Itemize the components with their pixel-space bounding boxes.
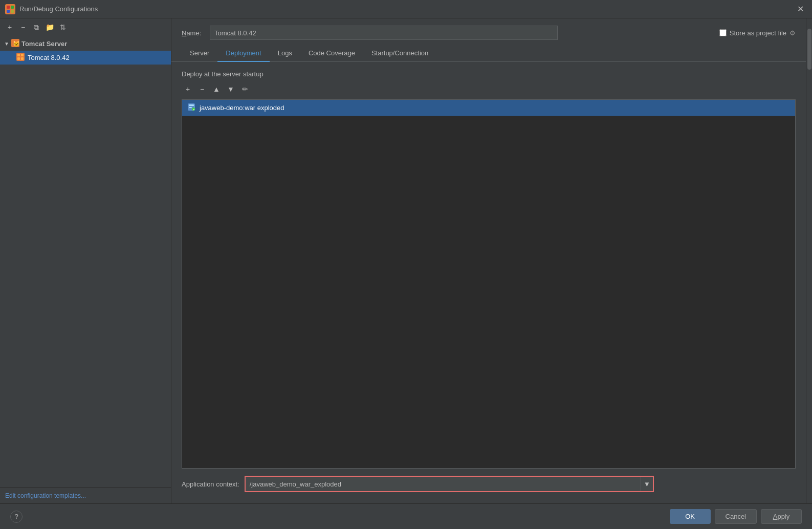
name-label: Name: xyxy=(182,29,205,37)
deploy-add-button[interactable]: + xyxy=(182,83,194,95)
deploy-list-item[interactable]: ↗ javaweb-demo:war exploded xyxy=(182,100,795,116)
svg-rect-1 xyxy=(7,6,10,9)
apply-button[interactable]: Apply xyxy=(761,509,802,524)
app-context-input-wrapper: ▼ xyxy=(245,476,654,492)
tab-startup-connection[interactable]: Startup/Connection xyxy=(363,45,436,62)
ok-button[interactable]: OK xyxy=(670,509,711,524)
remove-configuration-button[interactable]: − xyxy=(17,22,29,33)
name-row: Name: Store as project file ⚙ xyxy=(171,18,806,45)
war-exploded-icon: ↗ xyxy=(187,103,195,113)
sidebar-toolbar: + − ⧉ 📁 ⇅ xyxy=(0,18,171,36)
app-icon xyxy=(5,4,15,14)
svg-text:🐱: 🐱 xyxy=(13,40,19,47)
gear-icon[interactable]: ⚙ xyxy=(789,29,796,37)
svg-rect-9 xyxy=(21,54,24,56)
tab-content-deployment: Deploy at the server startup + − ▲ ▼ ✏ xyxy=(171,62,806,503)
svg-rect-11 xyxy=(21,57,24,60)
add-configuration-button[interactable]: + xyxy=(4,22,15,33)
svg-rect-2 xyxy=(11,6,14,9)
window-title: Run/Debug Configurations xyxy=(19,5,794,13)
chevron-down-icon: ▼ xyxy=(4,41,9,47)
svg-rect-3 xyxy=(7,10,10,13)
tomcat-item-icon xyxy=(16,53,25,62)
tree-group-header-tomcat[interactable]: ▼ 🐱 Tomcat Server xyxy=(0,37,171,51)
scrollbar-thumb[interactable] xyxy=(807,29,811,70)
deploy-list: ↗ javaweb-demo:war exploded xyxy=(182,99,796,469)
deploy-item-label: javaweb-demo:war exploded xyxy=(200,104,284,112)
deploy-down-button[interactable]: ▼ xyxy=(225,83,237,95)
folder-button[interactable]: 📁 xyxy=(44,22,55,33)
store-as-project-label: Store as project file xyxy=(730,29,786,37)
tree-group-tomcat-server: ▼ 🐱 Tomcat Server xyxy=(0,37,171,65)
svg-rect-14 xyxy=(189,107,192,108)
app-context-label: Application context: xyxy=(182,480,239,488)
right-scrollbar[interactable] xyxy=(806,18,812,503)
title-bar: Run/Debug Configurations ✕ xyxy=(0,0,812,18)
app-context-input[interactable] xyxy=(246,477,641,491)
copy-configuration-button[interactable]: ⧉ xyxy=(31,22,42,33)
sidebar-bottom: Edit configuration templates... xyxy=(0,487,171,503)
svg-rect-4 xyxy=(11,10,14,13)
svg-rect-0 xyxy=(5,4,15,14)
deploy-toolbar: + − ▲ ▼ ✏ xyxy=(182,83,796,95)
right-panel: Name: Store as project file ⚙ Server Dep… xyxy=(171,18,806,503)
tab-deployment[interactable]: Deployment xyxy=(217,45,269,62)
sidebar: + − ⧉ 📁 ⇅ ▼ 🐱 Tomcat Server xyxy=(0,18,171,503)
deploy-edit-button[interactable]: ✏ xyxy=(239,83,251,95)
name-input[interactable] xyxy=(210,26,558,40)
tab-logs[interactable]: Logs xyxy=(270,45,300,62)
sort-button[interactable]: ⇅ xyxy=(57,22,69,33)
apply-label-rest: pply xyxy=(777,513,789,520)
svg-rect-13 xyxy=(189,104,194,106)
deploy-up-button[interactable]: ▲ xyxy=(210,83,223,95)
app-context-row: Application context: ▼ xyxy=(182,469,796,495)
cancel-button[interactable]: Cancel xyxy=(715,509,757,524)
sidebar-item-label: Tomcat 8.0.42 xyxy=(28,54,70,61)
sidebar-item-tomcat-8042[interactable]: Tomcat 8.0.42 xyxy=(0,51,171,65)
svg-text:↗: ↗ xyxy=(192,108,194,111)
tab-code-coverage[interactable]: Code Coverage xyxy=(300,45,363,62)
store-as-project-container: Store as project file ⚙ xyxy=(719,29,796,37)
app-context-dropdown-button[interactable]: ▼ xyxy=(641,477,653,491)
tab-server[interactable]: Server xyxy=(182,45,217,62)
deploy-remove-button[interactable]: − xyxy=(196,83,208,95)
bottom-bar: ? OK Cancel Apply xyxy=(0,503,812,529)
store-as-project-checkbox[interactable] xyxy=(719,29,727,36)
tomcat-server-group-icon: 🐱 xyxy=(11,39,19,49)
svg-rect-10 xyxy=(17,57,20,60)
help-button[interactable]: ? xyxy=(10,511,23,523)
tree-group-label: Tomcat Server xyxy=(21,40,67,48)
svg-rect-8 xyxy=(17,54,20,56)
close-button[interactable]: ✕ xyxy=(794,3,807,15)
tabs-bar: Server Deployment Logs Code Coverage Sta… xyxy=(171,45,806,62)
sidebar-tree: ▼ 🐱 Tomcat Server xyxy=(0,36,171,487)
edit-configuration-templates-link[interactable]: Edit configuration templates... xyxy=(5,492,86,499)
chevron-down-icon: ▼ xyxy=(644,480,650,488)
bottom-left: ? xyxy=(10,511,23,523)
deploy-section-label: Deploy at the server startup xyxy=(182,70,796,78)
